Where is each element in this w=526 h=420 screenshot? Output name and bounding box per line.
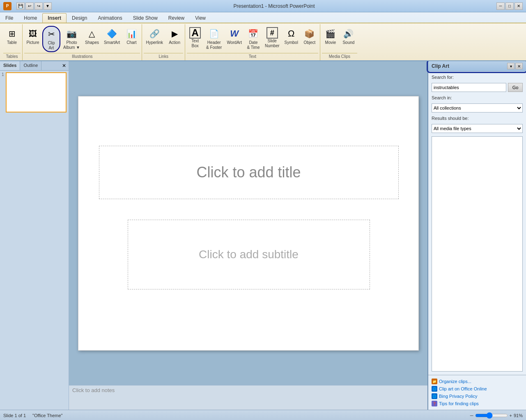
ribbon-group-tables: ⊞ Table Tables	[2, 24, 23, 60]
movie-label: Movie	[325, 40, 336, 45]
object-icon: 📦	[303, 27, 316, 40]
app-icon: P	[3, 2, 11, 10]
search-input[interactable]	[432, 83, 506, 92]
maximize-button[interactable]: □	[505, 2, 514, 10]
close-button[interactable]: ✕	[515, 2, 523, 10]
tables-group-label: Tables	[3, 53, 21, 60]
smartart-button[interactable]: 🔷 SmartArt	[102, 26, 122, 46]
tab-insert[interactable]: Insert	[42, 13, 67, 23]
clip-art-icon: ✂	[45, 28, 58, 41]
panel-controls: ▾ ✕	[507, 63, 523, 69]
window-title: Presentation1 - Microsoft PowerPoint	[52, 3, 496, 9]
sound-label: Sound	[342, 40, 354, 45]
zoom-slider[interactable]	[475, 412, 508, 419]
media-group-label: Media Clips	[322, 53, 357, 60]
header-footer-button[interactable]: 📄 Header& Footer	[204, 26, 224, 51]
tab-review[interactable]: Review	[163, 13, 190, 23]
search-results-area	[432, 136, 523, 372]
text-box-button[interactable]: A TextBox	[187, 26, 203, 50]
notes-bar[interactable]: Click to add notes	[69, 385, 427, 410]
date-time-button[interactable]: 📅 Date& Time	[245, 26, 262, 51]
search-go-button[interactable]: Go	[508, 83, 523, 92]
tips-link[interactable]: ❓ Tips for finding clips	[432, 401, 523, 406]
ribbon-group-illustrations: 🖼 Picture ✂ ClipArt 📷 PhotoAlbum ▼ △ Sha…	[23, 24, 142, 60]
save-button[interactable]: 💾	[16, 2, 25, 10]
slide-number-icon: #	[266, 27, 278, 39]
office-online-link[interactable]: 🌐 Clip art on Office Online	[432, 386, 523, 392]
undo-button[interactable]: ↩	[25, 2, 34, 10]
search-for-label: Search for:	[432, 75, 523, 80]
status-bar: Slide 1 of 1 "Office Theme" ─ + 91%	[0, 410, 526, 420]
clip-art-panel-body: Search for: Go Search in: All collection…	[428, 71, 526, 375]
tab-file[interactable]: File	[0, 13, 18, 23]
quick-access: 💾 ↩ ↪ ▼	[16, 2, 52, 10]
main-area: Slides Outline ✕ 1 Click to add title	[0, 61, 526, 410]
chart-button[interactable]: 📊 Chart	[123, 26, 140, 46]
redo-button[interactable]: ↪	[34, 2, 43, 10]
picture-button[interactable]: 🖼 Picture	[24, 26, 41, 46]
movie-button[interactable]: 🎬 Movie	[322, 26, 339, 46]
hyperlink-button[interactable]: 🔗 Hyperlink	[144, 26, 165, 46]
ribbon-content: ⊞ Table Tables 🖼 Picture ✂ ClipArt	[0, 23, 526, 60]
office-online-icon: 🌐	[432, 386, 437, 392]
table-button[interactable]: ⊞ Table	[3, 26, 21, 46]
smartart-icon: 🔷	[106, 27, 119, 40]
slide-thumbnail[interactable]	[6, 72, 67, 112]
sound-button[interactable]: 🔊 Sound	[340, 26, 357, 46]
ribbon-tabs: File Home Insert Design Animations Slide…	[0, 12, 526, 23]
shapes-button[interactable]: △ Shapes	[83, 26, 101, 46]
hyperlink-icon: 🔗	[148, 27, 161, 40]
wordart-label: WordArt	[227, 40, 242, 45]
shapes-icon: △	[85, 27, 99, 40]
object-label: Object	[303, 40, 315, 45]
tab-view[interactable]: View	[190, 13, 211, 23]
tab-design[interactable]: Design	[67, 13, 92, 23]
photo-album-button[interactable]: 📷 PhotoAlbum ▼	[61, 26, 82, 51]
photo-album-label: PhotoAlbum ▼	[63, 40, 80, 50]
slides-list: 1	[0, 71, 69, 410]
panel-close-button[interactable]: ✕	[60, 61, 69, 70]
slide-number-label: SlideNumber	[265, 39, 280, 48]
symbol-label: Symbol	[285, 40, 298, 45]
notes-placeholder: Click to add notes	[72, 387, 115, 393]
date-time-label: Date& Time	[247, 40, 260, 50]
clip-art-button[interactable]: ✂ ClipArt	[42, 26, 60, 52]
privacy-icon: 🌐	[432, 393, 437, 399]
slide-number-label: 1	[2, 72, 4, 77]
subtitle-placeholder[interactable]: Click to add subtitle	[128, 220, 370, 289]
zoom-control: ─ + 91%	[470, 412, 523, 419]
text-box-icon: A	[189, 27, 201, 39]
zoom-out-button[interactable]: ─	[470, 413, 473, 418]
search-in-select[interactable]: All collections	[432, 103, 523, 112]
theme-info: "Office Theme"	[32, 413, 62, 418]
customize-button[interactable]: ▼	[44, 2, 52, 10]
wordart-button[interactable]: W WordArt	[225, 26, 244, 46]
tab-slides[interactable]: Slides	[0, 61, 20, 70]
minimize-button[interactable]: ─	[496, 2, 505, 10]
slide-canvas-area: Click to add title Click to add subtitle…	[69, 61, 427, 410]
panel-pin-button[interactable]: ▾	[507, 63, 515, 69]
tab-outline[interactable]: Outline	[20, 61, 41, 70]
tab-slideshow[interactable]: Slide Show	[128, 13, 163, 23]
chart-label: Chart	[126, 40, 136, 45]
text-group-label: Text	[187, 53, 318, 60]
object-button[interactable]: 📦 Object	[301, 26, 318, 46]
sound-icon: 🔊	[342, 27, 355, 40]
clip-art-panel: Clip Art ▾ ✕ Search for: Go Search in:	[427, 61, 526, 410]
wordart-icon: W	[228, 27, 241, 40]
action-icon: ▶	[168, 27, 181, 40]
tab-animations[interactable]: Animations	[92, 13, 127, 23]
zoom-in-button[interactable]: +	[510, 413, 512, 418]
ribbon-group-text: A TextBox 📄 Header& Footer W WordArt 📅 D…	[185, 24, 320, 60]
shapes-label: Shapes	[85, 40, 99, 45]
symbol-button[interactable]: Ω Symbol	[283, 26, 300, 46]
panel-close-btn[interactable]: ✕	[515, 63, 523, 69]
privacy-policy-link[interactable]: 🌐 Bing Privacy Policy	[432, 393, 523, 399]
zoom-level: 91%	[514, 413, 523, 418]
slide-number-button[interactable]: # SlideNumber	[263, 26, 282, 50]
title-placeholder[interactable]: Click to add title	[99, 146, 399, 199]
tab-home[interactable]: Home	[18, 13, 42, 23]
results-type-select[interactable]: All media file types	[432, 124, 523, 133]
organize-clips-link[interactable]: 📁 Organize clips...	[432, 379, 523, 384]
action-button[interactable]: ▶ Action	[166, 26, 183, 46]
